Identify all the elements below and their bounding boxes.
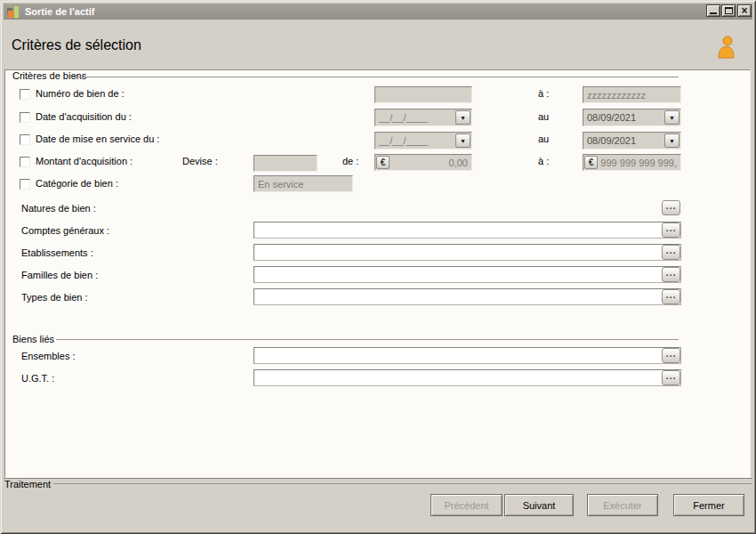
- label-etablissements: Etablissements :: [21, 247, 93, 259]
- label-numero-to: à :: [538, 88, 549, 100]
- group-line-traitement: [53, 483, 752, 484]
- natures-browse-button[interactable]: ...: [662, 200, 680, 215]
- date-acquisition-from-combo: __/__/____ ▼: [374, 109, 472, 126]
- label-types-de-bien: Types de bien :: [21, 292, 88, 303]
- label-categorie-de-bien: Catégorie de bien :: [36, 178, 118, 190]
- ellipsis-icon: ...: [665, 222, 676, 233]
- suivant-button[interactable]: Suivant: [504, 494, 574, 516]
- label-montant-de: de :: [342, 156, 358, 167]
- label-date-mise-service: Date de mise en service du :: [36, 134, 159, 145]
- date-mise-service-to-value: 08/09/2021: [583, 135, 664, 146]
- fermer-button[interactable]: Fermer: [673, 494, 744, 516]
- label-numero-de-bien: Numéro de bien de :: [36, 88, 125, 100]
- familles-de-bien-field[interactable]: [253, 266, 681, 283]
- group-label-traitement: Traitement: [4, 479, 52, 490]
- ellipsis-icon: ...: [665, 370, 676, 381]
- label-montant-acquisition: Montant d'acquisition :: [36, 156, 133, 167]
- montant-from-value: 0,00: [390, 158, 471, 168]
- checkbox-date-acquisition[interactable]: [20, 112, 30, 123]
- date-mise-service-to-dropdown-button: ▼: [664, 134, 680, 148]
- label-comptes-generaux: Comptes généraux :: [21, 225, 109, 237]
- euro-icon: €: [584, 156, 598, 169]
- ellipsis-icon: ...: [665, 348, 676, 359]
- page-title: Critères de sélection: [12, 37, 141, 53]
- date-mise-service-from-combo: __/__/____ ▼: [374, 132, 472, 150]
- date-acquisition-from-value: __/__/____: [375, 112, 455, 123]
- montant-to-value: 999 999 999 999,: [598, 158, 680, 168]
- label-montant-a: à :: [538, 156, 549, 167]
- etablissements-field[interactable]: [253, 244, 681, 261]
- date-mise-service-from-value: __/__/____: [375, 135, 455, 146]
- categorie-field: En service: [253, 175, 353, 192]
- maximize-icon: [725, 7, 733, 14]
- titlebar[interactable]: Sortie de l'actif: [4, 4, 752, 20]
- date-acquisition-to-dropdown-button: ▼: [664, 110, 680, 125]
- types-de-bien-field[interactable]: [253, 288, 681, 305]
- label-ugt: U.G.T. :: [21, 373, 54, 384]
- minimize-button[interactable]: [706, 4, 720, 17]
- label-date-acquisition-to: au: [538, 111, 549, 123]
- checkbox-montant-acquisition[interactable]: [20, 157, 30, 167]
- precedent-button: Précédent: [430, 494, 503, 516]
- ugt-field[interactable]: [253, 369, 681, 386]
- categorie-value: En service: [254, 179, 303, 190]
- checkbox-date-mise-service[interactable]: [20, 134, 30, 145]
- checkbox-categorie-de-bien[interactable]: [20, 179, 30, 190]
- chevron-down-icon: ▼: [460, 138, 466, 144]
- montant-from-field: € 0,00: [374, 154, 472, 171]
- ugt-browse-button[interactable]: ...: [662, 370, 680, 385]
- date-acquisition-to-combo: 08/09/2021 ▼: [583, 109, 681, 126]
- ellipsis-icon: ...: [665, 267, 676, 278]
- label-ensembles: Ensembles :: [21, 351, 76, 362]
- app-icon-green-bar: [14, 6, 19, 18]
- minimize-icon: [710, 12, 717, 14]
- comptes-generaux-field[interactable]: [253, 222, 681, 239]
- app-icon-orange-bar: [8, 11, 14, 18]
- euro-icon: €: [376, 156, 390, 169]
- numero-to-field: zzzzzzzzzzzz: [583, 86, 681, 103]
- date-mise-service-from-dropdown-button: ▼: [455, 134, 470, 148]
- person-icon[interactable]: [715, 35, 736, 60]
- window: Sortie de l'actif × Critères de sélectio…: [0, 0, 756, 534]
- familles-de-bien-browse-button[interactable]: ...: [662, 267, 680, 282]
- date-acquisition-from-dropdown-button: ▼: [455, 110, 470, 125]
- checkbox-numero-de-bien[interactable]: [20, 89, 30, 100]
- app-icon: [7, 5, 20, 18]
- numero-to-value: zzzzzzzzzzzz: [583, 90, 646, 101]
- types-de-bien-browse-button[interactable]: ...: [662, 289, 680, 304]
- ensembles-field[interactable]: [253, 347, 681, 364]
- group-line-criteres-biens: [68, 77, 679, 77]
- maximize-button[interactable]: [721, 4, 736, 17]
- ellipsis-icon: ...: [665, 289, 676, 300]
- chevron-down-icon: ▼: [460, 115, 466, 121]
- executer-button: Exécuter: [587, 494, 658, 516]
- close-button[interactable]: ×: [737, 4, 752, 17]
- label-familles-de-bien: Familles de bien :: [21, 270, 98, 281]
- chevron-down-icon: ▼: [669, 115, 675, 121]
- etablissements-browse-button[interactable]: ...: [662, 245, 680, 260]
- group-line-biens-lies: [56, 339, 679, 340]
- ellipsis-icon: ...: [665, 245, 676, 255]
- chevron-down-icon: ▼: [669, 138, 675, 144]
- montant-to-field: € 999 999 999 999,: [583, 154, 681, 171]
- group-label-criteres-biens: Critères de biens: [12, 70, 89, 81]
- ellipsis-icon: ...: [665, 200, 676, 211]
- label-natures-de-bien: Natures de bien :: [21, 203, 96, 214]
- group-label-biens-lies: Biens liés: [12, 334, 57, 344]
- window-title: Sortie de l'actif: [25, 6, 94, 17]
- label-date-mise-service-to: au: [538, 134, 549, 145]
- date-acquisition-to-value: 08/09/2021: [583, 112, 664, 123]
- label-devise: Devise :: [182, 156, 218, 167]
- close-icon: ×: [738, 5, 751, 16]
- devise-field: [253, 155, 318, 172]
- label-date-acquisition: Date d'acquisition du :: [36, 111, 132, 123]
- comptes-generaux-browse-button[interactable]: ...: [662, 222, 680, 238]
- date-mise-service-to-combo: 08/09/2021 ▼: [583, 132, 681, 150]
- ensembles-browse-button[interactable]: ...: [662, 348, 680, 363]
- numero-from-field: [374, 86, 472, 103]
